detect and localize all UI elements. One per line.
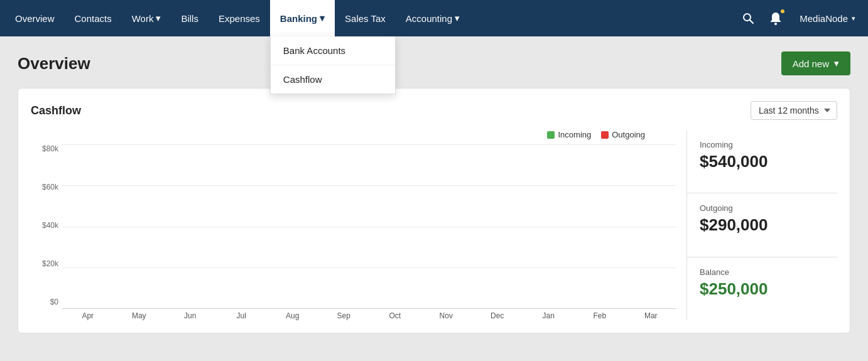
bars-grid <box>62 144 676 309</box>
page-title: Overview <box>18 54 90 73</box>
nav-expenses[interactable]: Expenses <box>209 0 270 36</box>
nav-contacts[interactable]: Contacts <box>65 0 122 36</box>
grid-line-20k <box>62 267 676 268</box>
x-label-may: May <box>114 311 165 320</box>
outgoing-legend-label: Outgoing <box>612 130 645 139</box>
work-chevron-icon: ▾ <box>156 13 161 24</box>
grid-line-40k <box>62 227 676 227</box>
svg-point-2 <box>774 23 777 25</box>
period-select[interactable]: Last 12 months <box>751 101 837 120</box>
bars-container: AprMayJunJulAugSepOctNovDecJanFebMar <box>62 144 676 320</box>
chart-legend: Incoming Outgoing <box>31 130 676 139</box>
x-label-aug: Aug <box>267 311 318 320</box>
incoming-legend-label: Incoming <box>558 130 591 139</box>
nav-work[interactable]: Work ▾ <box>122 0 171 36</box>
x-label-nov: Nov <box>421 311 472 320</box>
chart-inner: $80k $60k $40k $20k $0 <box>31 144 676 320</box>
banking-dropdown: Bank Accounts Cashflow <box>270 36 396 94</box>
legend-outgoing: Outgoing <box>601 130 645 139</box>
x-label-jul: Jul <box>216 311 268 320</box>
x-label-feb: Feb <box>574 311 626 320</box>
add-new-button[interactable]: Add new ▾ <box>781 51 850 75</box>
cashflow-title: Cashflow <box>31 104 81 117</box>
outgoing-legend-dot <box>601 131 609 139</box>
stats-panel: Incoming $540,000 Outgoing $290,000 Bala… <box>686 130 837 320</box>
y-label-80k: $80k <box>31 144 62 153</box>
x-label-mar: Mar <box>626 311 677 320</box>
x-label-sep: Sep <box>318 311 370 320</box>
notifications-button[interactable] <box>764 7 787 30</box>
stat-incoming: Incoming $540,000 <box>687 130 837 193</box>
nav-banking-wrapper: Banking ▾ Bank Accounts Cashflow <box>270 0 335 36</box>
balance-stat-label: Balance <box>700 267 825 277</box>
x-label-oct: Oct <box>369 311 421 320</box>
y-label-60k: $60k <box>31 183 62 191</box>
grid-line-80k <box>62 144 676 145</box>
y-axis: $80k $60k $40k $20k $0 <box>31 144 62 320</box>
accounting-chevron-icon: ▾ <box>455 13 460 24</box>
nav-banking[interactable]: Banking ▾ <box>270 0 335 36</box>
x-label-jun: Jun <box>165 311 216 320</box>
y-label-20k: $20k <box>31 259 62 268</box>
nav-icons: MediaNode ▾ <box>737 7 863 30</box>
dropdown-bank-accounts[interactable]: Bank Accounts <box>271 36 395 65</box>
x-labels: AprMayJunJulAugSepOctNovDecJanFebMar <box>62 311 676 320</box>
page-content: Overview Add new ▾ Cashflow Last 12 mont… <box>0 36 868 348</box>
balance-stat-value: $250,000 <box>700 279 825 299</box>
chart-area: Incoming Outgoing $80k $60k $40k $20k $0 <box>31 130 676 320</box>
incoming-stat-value: $540,000 <box>700 152 825 171</box>
nav-overview[interactable]: Overview <box>5 0 65 36</box>
user-name: MediaNode <box>800 13 848 24</box>
user-menu[interactable]: MediaNode ▾ <box>792 13 863 24</box>
banking-chevron-icon: ▾ <box>320 13 325 24</box>
legend-incoming: Incoming <box>547 130 591 139</box>
grid-lines <box>62 144 676 308</box>
x-label-jan: Jan <box>523 311 575 320</box>
incoming-legend-dot <box>547 131 555 139</box>
search-icon <box>742 12 754 24</box>
dropdown-cashflow[interactable]: Cashflow <box>271 65 395 94</box>
stat-outgoing: Outgoing $290,000 <box>687 193 837 257</box>
nav-bills[interactable]: Bills <box>171 0 209 36</box>
navbar: Overview Contacts Work ▾ Bills Expenses … <box>0 0 868 36</box>
page-header: Overview Add new ▾ <box>18 51 850 75</box>
y-label-40k: $40k <box>31 221 62 230</box>
stat-balance: Balance $250,000 <box>687 257 837 320</box>
y-label-0: $0 <box>31 298 62 306</box>
outgoing-stat-value: $290,000 <box>700 215 825 235</box>
user-chevron-icon: ▾ <box>852 14 855 23</box>
search-button[interactable] <box>737 7 759 30</box>
grid-line-60k <box>62 185 676 186</box>
nav-sales-tax[interactable]: Sales Tax <box>335 0 396 36</box>
svg-line-1 <box>750 20 754 24</box>
x-label-dec: Dec <box>472 311 523 320</box>
notification-dot <box>779 8 786 14</box>
incoming-stat-label: Incoming <box>700 140 825 149</box>
chart-wrapper: Incoming Outgoing $80k $60k $40k $20k $0 <box>31 130 837 320</box>
x-label-apr: Apr <box>62 311 114 320</box>
outgoing-stat-label: Outgoing <box>700 203 825 213</box>
cashflow-card: Cashflow Last 12 months Incoming Outgoin… <box>18 88 850 333</box>
nav-accounting[interactable]: Accounting ▾ <box>396 0 470 36</box>
cashflow-header: Cashflow Last 12 months <box>31 101 837 120</box>
add-new-chevron-icon: ▾ <box>834 58 839 69</box>
